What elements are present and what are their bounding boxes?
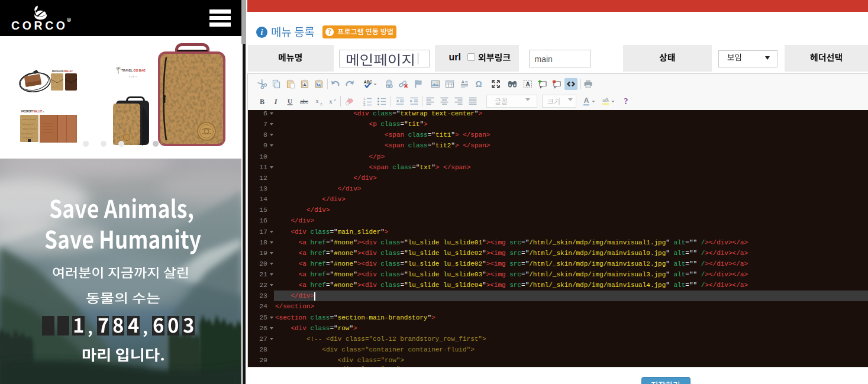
svg-text:I: I (274, 98, 278, 106)
svg-text:TRAVEL GO BAG: TRAVEL GO BAG (121, 69, 146, 72)
svg-text:NECKLACE WALLET: NECKLACE WALLET (52, 69, 73, 72)
svg-text:x: x (330, 98, 333, 105)
svg-text:2: 2 (320, 102, 322, 107)
svg-text:A: A (525, 81, 530, 88)
svg-text:A: A (462, 80, 464, 84)
svg-text:x: x (316, 98, 319, 104)
svg-text:Ω: Ω (475, 79, 482, 89)
svg-text:A: A (303, 82, 306, 88)
svg-text:B: B (260, 98, 264, 106)
svg-text:?: ? (624, 97, 628, 106)
svg-text:PASSPORT WALLET v: PASSPORT WALLET v (21, 110, 44, 113)
svg-text:R: R (67, 18, 70, 22)
svg-text:2: 2 (334, 98, 336, 102)
svg-text:SIZE 9: SIZE 9 (129, 76, 137, 78)
svg-text:W: W (317, 82, 322, 88)
svg-text:U: U (288, 98, 292, 105)
svg-text:A: A (584, 96, 589, 105)
svg-text:ABC: ABC (364, 80, 372, 84)
svg-text:3.: 3. (363, 103, 366, 106)
